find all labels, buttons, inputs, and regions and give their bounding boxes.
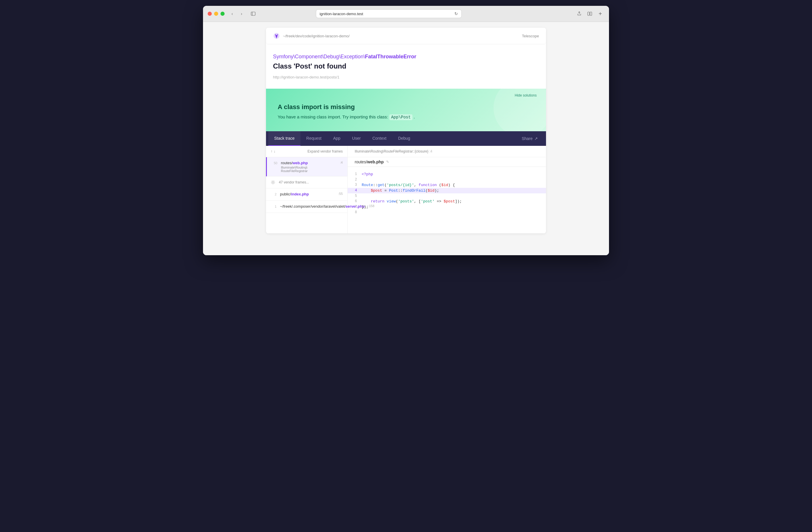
- expand-vendor-button[interactable]: Expand vendor frames: [307, 149, 343, 154]
- frame-line: :4: [340, 161, 343, 164]
- telescope-link[interactable]: Telescope: [522, 34, 539, 38]
- frame-filename: web.php: [292, 161, 308, 165]
- line-content: return view('posts', ['post' => $post]);: [362, 199, 546, 204]
- browser-titlebar: ‹ › ignition-laracon-demo.test ↻: [203, 6, 609, 22]
- nav-buttons: ‹ ›: [228, 10, 246, 18]
- forward-button[interactable]: ›: [237, 10, 246, 18]
- browser-content: ~/freek/dev/code/ignition-laracon-demo/ …: [203, 22, 609, 255]
- tabs-panel: Stack trace Request App User Context Deb…: [266, 131, 546, 146]
- line-number: 7: [348, 205, 362, 209]
- url-text: ignition-laracon-demo.test: [320, 12, 363, 16]
- back-button[interactable]: ‹: [228, 10, 236, 18]
- line-content: $post = Post::findOrFail($id);: [362, 188, 546, 193]
- frame-line: :55: [338, 192, 343, 196]
- tab-stack-trace[interactable]: Stack trace: [268, 131, 301, 146]
- frames-toolbar: ↑ ↓ Expand vendor frames: [266, 146, 347, 157]
- reload-button[interactable]: ↻: [454, 11, 458, 16]
- frame-number: 50: [272, 161, 277, 165]
- exception-class-name: FatalThrowableError: [365, 54, 416, 59]
- browser-actions: +: [575, 10, 604, 18]
- frame-info: public/index.php: [280, 192, 335, 197]
- sidebar-icon: [251, 11, 256, 16]
- close-button[interactable]: [208, 12, 212, 16]
- code-line: 1 <?php: [348, 172, 546, 177]
- line-number: 5: [348, 194, 362, 198]
- svg-rect-2: [588, 12, 590, 15]
- frame-number: 2: [271, 192, 276, 196]
- code-line: 5: [348, 193, 546, 199]
- frame-file: routes/web.php: [281, 161, 337, 165]
- sidebar-button[interactable]: [249, 10, 257, 18]
- share-button[interactable]: Share ↗: [516, 134, 544, 143]
- line-number: 1: [348, 172, 362, 176]
- exception-message: Class 'Post' not found: [273, 62, 539, 70]
- code-line: 3 Route::get('posts/{id}', function ($id…: [348, 182, 546, 188]
- sort-up-button[interactable]: ↑: [271, 149, 272, 154]
- edit-icon[interactable]: ✎: [386, 160, 389, 164]
- split-view-button[interactable]: [586, 10, 594, 18]
- svg-rect-0: [251, 12, 255, 15]
- split-view-icon: [588, 11, 592, 16]
- frame-info: routes/web.php Illuminate\Routing\RouteF…: [281, 161, 337, 173]
- frame-number: 1: [271, 204, 276, 208]
- frame-item[interactable]: 50 routes/web.php Illuminate\Routing\Rou…: [266, 157, 347, 176]
- frame-item[interactable]: 2 public/index.php :55: [266, 188, 347, 201]
- gear-icon: [271, 180, 275, 185]
- frames-panel: ↑ ↓ Expand vendor frames 50 routes/web.p…: [266, 146, 348, 233]
- solution-class-suggestion: App\Post: [389, 114, 412, 120]
- page-container: ~/freek/dev/code/ignition-laracon-demo/ …: [260, 22, 552, 239]
- tab-app[interactable]: App: [327, 131, 346, 146]
- vendor-frames-row[interactable]: 47 vendor frames...: [266, 176, 347, 188]
- vendor-frames-label: 47 vendor frames...: [279, 180, 309, 184]
- tab-request[interactable]: Request: [301, 131, 327, 146]
- sort-buttons: ↑ ↓: [271, 149, 275, 154]
- minimize-button[interactable]: [214, 12, 218, 16]
- maximize-button[interactable]: [220, 12, 224, 16]
- share-browser-button[interactable]: [575, 10, 583, 18]
- tab-debug[interactable]: Debug: [392, 131, 416, 146]
- frame-filename: index.php: [291, 192, 309, 196]
- browser-window: ‹ › ignition-laracon-demo.test ↻: [203, 6, 609, 255]
- line-content: <?php: [362, 172, 546, 176]
- sort-down-button[interactable]: ↓: [274, 149, 275, 154]
- code-panel: Illuminate\Routing\RouteFileRegistrar::{…: [348, 146, 546, 233]
- line-content: [362, 210, 546, 214]
- line-content: });: [362, 205, 546, 209]
- share-arrow-icon: ↗: [534, 136, 538, 141]
- code-header: Illuminate\Routing\RouteFileRegistrar::{…: [348, 146, 546, 157]
- header-left: ~/freek/dev/code/ignition-laracon-demo/: [273, 32, 350, 39]
- share-icon: [577, 11, 582, 16]
- tabs-nav: Stack trace Request App User Context Deb…: [266, 131, 546, 146]
- code-file-path: routes/web.php ✎: [348, 157, 546, 167]
- code-line-highlighted: 4 $post = Post::findOrFail($id);: [348, 188, 546, 193]
- tab-user[interactable]: User: [346, 131, 367, 146]
- tab-context[interactable]: Context: [367, 131, 392, 146]
- code-line: 7 });: [348, 204, 546, 210]
- white-section: ~/freek/dev/code/ignition-laracon-demo/ …: [266, 28, 546, 131]
- code-class-path: Illuminate\Routing\RouteFileRegistrar::{…: [355, 149, 429, 154]
- exception-url: http://ignition-laracon-demo.test/posts/…: [273, 75, 539, 79]
- exception-prefix: Symfony\Component\Debug\Exception\: [273, 54, 365, 59]
- url-bar[interactable]: ignition-laracon-demo.test ↻: [316, 9, 462, 18]
- line-number: 8: [348, 210, 362, 214]
- code-line: 2: [348, 177, 546, 182]
- solution-period: .: [412, 114, 415, 119]
- traffic-lights: [208, 12, 224, 16]
- line-content: [362, 178, 546, 182]
- line-content: [362, 194, 546, 198]
- bottom-section: Stack trace Request App User Context Deb…: [266, 131, 546, 233]
- stack-trace-container: ↑ ↓ Expand vendor frames 50 routes/web.p…: [266, 146, 546, 233]
- ignition-logo: [273, 32, 280, 39]
- svg-point-5: [276, 35, 277, 37]
- frame-item[interactable]: 1 ~/freek/.composer/vendor/laravel/valet…: [266, 201, 347, 213]
- add-tab-button[interactable]: +: [596, 10, 604, 18]
- solution-desc-text: You have a missing class import. Try imp…: [278, 114, 389, 119]
- line-number: 2: [348, 178, 362, 182]
- exception-class: Symfony\Component\Debug\Exception\FatalT…: [273, 54, 539, 60]
- error-header: Symfony\Component\Debug\Exception\FatalT…: [266, 44, 546, 89]
- frame-file: public/index.php: [280, 192, 335, 196]
- code-line: 6 return view('posts', ['post' => $post]…: [348, 199, 546, 204]
- solution-decoration: [493, 89, 546, 131]
- code-file-name: routes/web.php: [355, 160, 384, 164]
- code-line: 8: [348, 210, 546, 215]
